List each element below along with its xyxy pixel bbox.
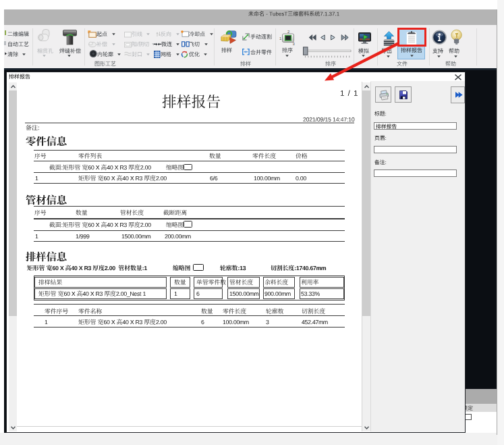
svg-text:2: 2 <box>287 30 290 34</box>
svg-text:1: 1 <box>279 36 282 41</box>
